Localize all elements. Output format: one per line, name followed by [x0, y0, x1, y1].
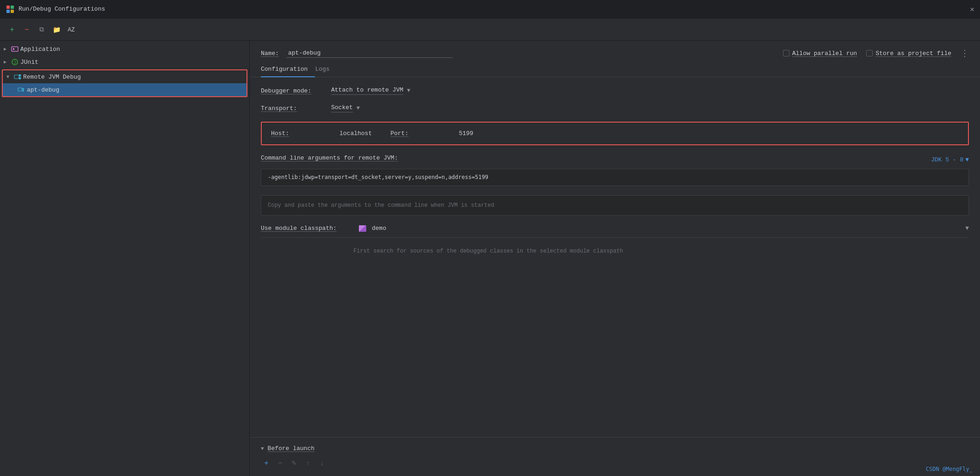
copy-icon: ⧉: [39, 25, 44, 33]
transport-value: Socket: [331, 104, 353, 112]
sidebar-item-apt-debug[interactable]: apt-debug: [3, 83, 247, 96]
module-dropdown-arrow[interactable]: ▼: [965, 225, 969, 232]
allow-parallel-group: Allow parallel run: [783, 50, 857, 57]
store-project-checkbox[interactable]: [866, 50, 873, 56]
jdk-label: JDK 5 - 8: [931, 156, 963, 163]
cmdline-label: Command line arguments for remote JVM:: [261, 155, 398, 161]
transport-arrow: ▼: [357, 105, 360, 111]
module-value: demo: [372, 225, 386, 232]
debugger-mode-value: Attach to remote JVM: [331, 87, 403, 95]
title-bar: Run/Debug Configurations ✕: [0, 0, 980, 19]
cmdline-section: Command line arguments for remote JVM: J…: [261, 155, 969, 186]
before-launch-add-button[interactable]: +: [261, 457, 272, 469]
transport-row: Transport: Socket ▼: [261, 104, 969, 112]
dialog-title: Run/Debug Configurations: [18, 6, 105, 12]
tabs-row: Configuration Logs: [250, 62, 980, 77]
tab-logs[interactable]: Logs: [315, 62, 337, 77]
allow-parallel-checkbox[interactable]: [783, 50, 789, 56]
before-launch-arrow[interactable]: ▼: [261, 446, 264, 451]
remove-config-button[interactable]: −: [20, 23, 33, 36]
svg-point-14: [22, 88, 24, 90]
sidebar-item-junit[interactable]: ▶ J JUnit: [0, 56, 249, 68]
junit-arrow: ▶: [4, 59, 9, 65]
before-launch-up-button[interactable]: ↑: [302, 457, 314, 469]
apt-debug-label: apt-debug: [27, 87, 59, 93]
apt-debug-icon: [18, 86, 25, 93]
module-classpath-label: Use module classpath:: [261, 225, 353, 232]
svg-rect-13: [18, 88, 22, 91]
store-project-group: Store as project file: [866, 50, 951, 57]
folder-button[interactable]: 📁: [50, 23, 63, 36]
remote-jvm-arrow: ▼: [6, 74, 12, 80]
svg-rect-0: [6, 6, 10, 9]
name-input[interactable]: [286, 49, 453, 58]
svg-rect-2: [6, 10, 10, 13]
application-arrow: ▶: [4, 46, 9, 52]
allow-parallel-label: Allow parallel run: [792, 50, 857, 57]
svg-rect-5: [13, 48, 14, 50]
separator: [261, 237, 969, 238]
close-button[interactable]: ✕: [970, 5, 974, 14]
toolbar: + − ⧉ 📁 AZ: [0, 19, 980, 41]
app-icon: [6, 5, 15, 14]
svg-rect-1: [11, 6, 14, 9]
svg-rect-4: [12, 47, 18, 51]
add-config-button[interactable]: +: [6, 23, 18, 36]
application-label: Application: [20, 46, 60, 53]
folder-icon: 📁: [53, 26, 61, 33]
junit-label: JUnit: [20, 59, 38, 66]
svg-point-10: [19, 77, 21, 80]
sort-icon: AZ: [68, 26, 74, 33]
remote-jvm-icon: [14, 73, 21, 80]
before-launch-edit-button[interactable]: ✎: [289, 457, 300, 469]
module-icon: [359, 225, 366, 232]
remote-jvm-section: ▼ Remote JVM Debug: [2, 69, 247, 97]
svg-rect-3: [11, 10, 14, 13]
name-options: Allow parallel run Store as project file…: [783, 48, 969, 58]
watermark: CSDN @MengFly_: [926, 466, 973, 472]
store-project-label: Store as project file: [875, 50, 951, 57]
transport-dropdown[interactable]: Socket ▼: [331, 104, 360, 112]
junit-icon: J: [11, 58, 18, 66]
cmdline-hint: Copy and paste the arguments to the comm…: [268, 202, 494, 209]
before-launch-header: ▼ Before launch: [261, 445, 969, 452]
before-launch-toolbar: + − ✎ ↑ ↓: [261, 457, 969, 469]
name-label: Name:: [261, 50, 279, 57]
debugger-mode-arrow: ▼: [407, 87, 410, 94]
sidebar: ▶ Application ▶ J JUnit ▼: [0, 41, 250, 476]
copy-config-button[interactable]: ⧉: [35, 23, 48, 36]
host-field: Host: localhost: [271, 130, 372, 137]
svg-point-9: [19, 74, 21, 77]
application-icon: [11, 45, 18, 53]
before-launch-down-button[interactable]: ↓: [316, 457, 327, 469]
host-value: localhost: [339, 130, 372, 137]
sidebar-item-remote-jvm[interactable]: ▼ Remote JVM Debug: [3, 70, 247, 83]
tab-configuration[interactable]: Configuration: [261, 62, 315, 77]
cmdline-value: -agentlib:jdwp=transport=dt_socket,serve…: [268, 174, 488, 180]
minus-icon: −: [25, 25, 29, 34]
more-options-button[interactable]: ⋮: [961, 48, 969, 58]
name-row: Name: Allow parallel run Store as projec…: [250, 41, 980, 62]
remote-jvm-label: Remote JVM Debug: [23, 74, 81, 80]
port-value: 5199: [459, 130, 473, 137]
port-field: Port: 5199: [390, 130, 473, 137]
plus-icon: +: [10, 25, 14, 34]
host-port-box: Host: localhost Port: 5199: [261, 122, 969, 145]
transport-label: Transport:: [261, 105, 326, 112]
before-launch-section: ▼ Before launch + − ✎ ↑ ↓: [250, 437, 980, 476]
svg-point-15: [22, 90, 24, 92]
svg-rect-8: [14, 75, 19, 79]
debugger-mode-label: Debugger mode:: [261, 87, 326, 94]
main-layout: ▶ Application ▶ J JUnit ▼: [0, 41, 980, 476]
sidebar-item-application[interactable]: ▶ Application: [0, 43, 249, 56]
port-label: Port:: [390, 130, 455, 137]
debugger-mode-dropdown[interactable]: Attach to remote JVM ▼: [331, 87, 410, 95]
right-panel: Name: Allow parallel run Store as projec…: [250, 41, 980, 476]
svg-text:J: J: [13, 60, 16, 65]
jdk-selector[interactable]: JDK 5 - 8 ▼: [931, 156, 969, 163]
before-launch-remove-button[interactable]: −: [275, 457, 286, 469]
debugger-mode-row: Debugger mode: Attach to remote JVM ▼: [261, 87, 969, 95]
before-launch-title: Before launch: [268, 445, 314, 452]
sort-button[interactable]: AZ: [65, 23, 78, 36]
module-classpath-row: Use module classpath: demo ▼: [261, 225, 969, 232]
